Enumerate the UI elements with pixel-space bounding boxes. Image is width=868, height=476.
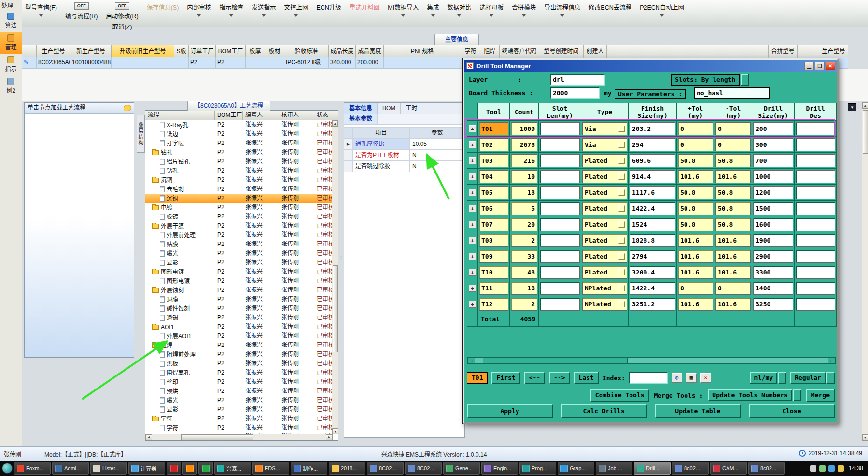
main-col-header[interactable]: 成品长度 xyxy=(329,45,356,57)
drill-des-input[interactable] xyxy=(796,170,835,183)
taskbar-item[interactable]: 兴森... xyxy=(214,462,251,475)
main-col-header[interactable]: 型号创建时间 xyxy=(539,45,584,57)
main-cell[interactable]: 340.000 xyxy=(329,57,356,69)
tool-cell[interactable]: T09 xyxy=(479,250,508,263)
menu-item[interactable]: 导出流程信息 xyxy=(544,2,580,12)
tab-worktime[interactable]: 工时 xyxy=(401,103,422,114)
scroll-up-icon[interactable]: ▲ xyxy=(332,120,338,127)
menu-item[interactable]: 重选开料图 xyxy=(350,2,380,12)
drill-size-input[interactable]: 3250 xyxy=(753,298,793,311)
main-col-header[interactable]: 终端客户代码 xyxy=(500,45,539,57)
slot-len-input[interactable] xyxy=(540,138,580,151)
chevron-down-icon[interactable] xyxy=(490,14,493,17)
finish-size-input[interactable]: 1117.6 xyxy=(630,186,675,199)
taskbar-item[interactable]: Grap... xyxy=(558,462,594,475)
chevron-down-icon[interactable] xyxy=(401,14,405,17)
scroll-left-icon[interactable]: ◄ xyxy=(145,434,152,440)
drill-size-input[interactable]: 1400 xyxy=(753,282,793,295)
minus-tol-input[interactable]: 101.6 xyxy=(715,298,751,311)
tool-cell[interactable]: T03 xyxy=(479,154,508,167)
type-dropdown[interactable]: Plated xyxy=(582,250,627,263)
taskbar-item[interactable]: 制作... xyxy=(291,462,327,475)
menu-item[interactable]: 发送指示 xyxy=(252,2,276,12)
drill-des-input[interactable] xyxy=(796,122,835,135)
finish-size-input[interactable]: 3251.2 xyxy=(630,298,675,311)
main-cell[interactable]: P2 xyxy=(216,57,246,69)
tree-row[interactable]: 电镀P2张振兴张传刚已审核 xyxy=(145,203,338,212)
drill-des-input[interactable] xyxy=(796,266,835,279)
dropdown-icon[interactable] xyxy=(618,221,625,228)
tab-basic-info[interactable]: 基本信息 xyxy=(344,103,378,114)
finish-size-input[interactable]: 203.2 xyxy=(630,122,675,135)
minus-tol-input[interactable]: 50.8 xyxy=(715,154,751,167)
chevron-down-icon[interactable] xyxy=(39,14,43,17)
rail-item-2[interactable]: 管理 xyxy=(0,32,22,54)
index-input[interactable] xyxy=(629,372,668,384)
type-dropdown[interactable]: Plated xyxy=(582,266,627,279)
tree-scroll-thumb[interactable] xyxy=(333,265,338,352)
minus-tol-input[interactable]: 0 xyxy=(715,138,751,151)
taskbar-item[interactable]: 计算器 xyxy=(128,462,165,475)
tree-row[interactable]: 退膜P2张振兴张传刚已审核 xyxy=(145,295,338,304)
scroll-left-icon[interactable]: ◄ xyxy=(467,358,475,363)
main-cell[interactable] xyxy=(112,57,174,69)
main-cell[interactable]: 10010800048843 xyxy=(70,57,112,69)
expand-row-button[interactable]: + xyxy=(469,173,476,180)
menu-item[interactable]: 内部审核 xyxy=(187,2,211,12)
dropdown-icon[interactable] xyxy=(618,269,625,275)
chevron-down-icon[interactable] xyxy=(457,14,461,17)
tree-row[interactable]: 阻焊塞孔P2张振兴张传刚已审核 xyxy=(145,368,338,377)
dropdown-icon[interactable] xyxy=(618,158,625,164)
expand-row-button[interactable]: + xyxy=(469,189,476,196)
right-vertical-scrollbar[interactable]: ▲ ▼ xyxy=(862,102,868,441)
chevron-down-icon[interactable] xyxy=(522,14,526,17)
main-col-header[interactable]: 升级前旧生产型号 xyxy=(112,45,174,57)
slot-len-input[interactable] xyxy=(540,266,580,279)
tree-row[interactable]: 预烘P2张振兴张传刚已审核 xyxy=(145,387,338,396)
slot-len-input[interactable] xyxy=(540,250,580,263)
tree-row[interactable]: 碱性蚀刻P2张振兴张传刚已审核 xyxy=(145,304,338,313)
scroll-up-icon[interactable]: ▲ xyxy=(862,102,868,109)
plus-tol-input[interactable]: 50.8 xyxy=(678,186,713,199)
tree-row[interactable]: 外层前处理P2张振兴张传刚已审核 xyxy=(145,231,338,240)
tree-row[interactable]: 曝光P2张振兴张传刚已审核 xyxy=(145,249,338,258)
taskbar-item[interactable] xyxy=(167,462,181,475)
main-col-header[interactable]: BOM工厂 xyxy=(216,45,246,57)
taskbar-item[interactable]: 8c02... xyxy=(748,462,785,475)
chevron-down-icon[interactable] xyxy=(229,14,233,17)
main-cell[interactable] xyxy=(384,57,461,69)
slots-dropdown[interactable]: Slots: By length xyxy=(671,74,749,86)
expand-row-button[interactable]: + xyxy=(469,253,476,260)
drill-des-input[interactable] xyxy=(796,202,835,215)
dropdown-icon[interactable] xyxy=(618,301,625,307)
finish-size-input[interactable]: 609.6 xyxy=(630,154,675,167)
main-col-header[interactable]: 创建人 xyxy=(584,45,607,57)
minus-tol-input[interactable]: 101.6 xyxy=(715,250,751,263)
tool-cell[interactable]: T02 xyxy=(479,138,508,151)
drill-des-input[interactable] xyxy=(796,218,835,231)
dropdown-icon[interactable] xyxy=(618,205,625,212)
tab-stackup-structure[interactable]: 叠层结构 xyxy=(137,115,145,153)
rail-item-1[interactable]: 算法 xyxy=(0,10,22,32)
next-button[interactable]: --> xyxy=(549,372,570,384)
close-button[interactable]: Close xyxy=(749,404,835,418)
drill-size-input[interactable]: 1600 xyxy=(753,218,793,231)
taskbar-item[interactable]: CAM... xyxy=(710,462,747,475)
drill-size-input[interactable]: 300 xyxy=(753,138,793,151)
main-cell[interactable] xyxy=(174,57,189,69)
expand-row-button[interactable]: + xyxy=(469,285,476,292)
scroll-down-icon[interactable]: ▼ xyxy=(332,428,338,434)
drill-size-input[interactable]: 1200 xyxy=(753,186,793,199)
tool-cell[interactable]: T05 xyxy=(479,186,508,199)
menu-item[interactable]: ECN升级 xyxy=(316,2,341,12)
slot-len-input[interactable] xyxy=(540,122,580,135)
apply-button[interactable]: Apply xyxy=(467,404,553,418)
maximize-button[interactable]: ❐ xyxy=(815,62,825,70)
dropdown-icon[interactable] xyxy=(741,74,749,86)
tree-row[interactable]: 丝印P2张振兴张传刚已审核 xyxy=(145,377,338,387)
minus-tol-input[interactable]: 0 xyxy=(715,282,751,295)
menu-item[interactable]: 集成 xyxy=(427,2,439,12)
scroll-down-icon[interactable]: ▼ xyxy=(862,434,868,441)
tree-col-header[interactable]: 状态 xyxy=(314,111,338,120)
tree-row[interactable]: 板镀P2张振兴张传刚已审核 xyxy=(145,212,338,221)
